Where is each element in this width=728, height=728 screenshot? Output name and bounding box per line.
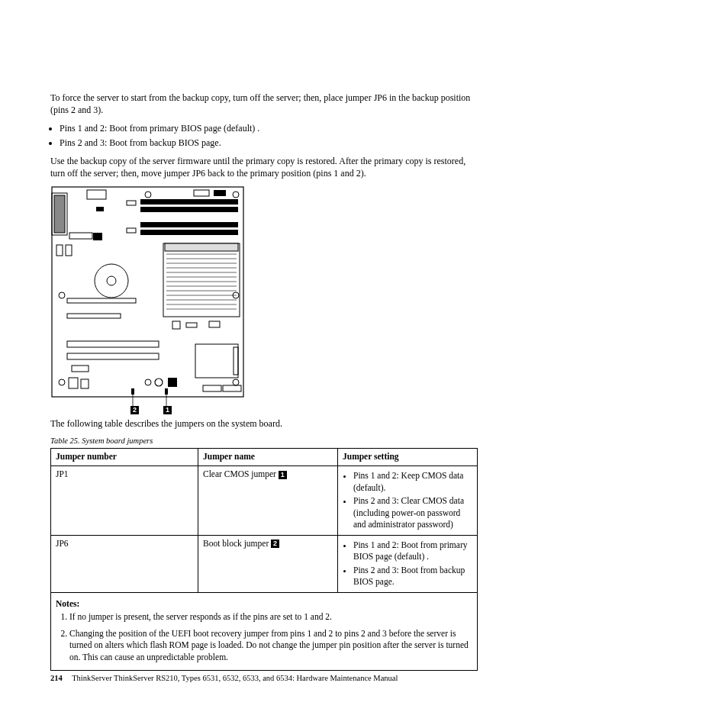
svg-rect-58 [131, 388, 134, 395]
callout-badge: 1 [279, 471, 287, 479]
svg-rect-38 [165, 243, 238, 251]
svg-rect-56 [203, 385, 221, 391]
table-header: Jumper setting [338, 449, 478, 466]
svg-rect-16 [127, 201, 136, 205]
svg-rect-17 [127, 228, 136, 233]
svg-rect-48 [186, 323, 197, 327]
svg-rect-14 [140, 222, 238, 227]
svg-rect-10 [194, 190, 209, 196]
svg-rect-50 [69, 378, 78, 388]
svg-rect-42 [67, 314, 121, 318]
svg-rect-52 [72, 366, 89, 372]
svg-point-40 [107, 276, 116, 285]
svg-point-1 [59, 292, 65, 298]
page-number: 214 [50, 674, 63, 682]
jumpers-table: Jumper number Jumper name Jumper setting… [50, 448, 478, 671]
setting-item: Pins 2 and 3: Clear CMOS data (including… [353, 495, 472, 531]
table-caption: Table 25. System board jumpers [50, 436, 478, 446]
table-header: Jumper number [51, 449, 198, 466]
svg-point-53 [145, 379, 151, 385]
jumper-number-cell: JP1 [51, 466, 198, 536]
callout-badge: 2 [271, 540, 279, 548]
jumper-name-text: Boot block jumper [203, 539, 269, 548]
setting-item: Pins 1 and 2: Keep CMOS data (default). [353, 470, 472, 494]
svg-rect-46 [234, 347, 238, 375]
svg-rect-57 [223, 385, 241, 391]
svg-point-54 [155, 378, 163, 386]
svg-rect-23 [163, 243, 240, 317]
svg-rect-51 [81, 379, 89, 388]
setting-item: Pins 1 and 2: Boot from primary BIOS pag… [353, 540, 472, 563]
footer-title: ThinkServer ThinkServer RS210, Types 653… [72, 674, 398, 682]
system-board-figure: 2 1 [50, 185, 245, 414]
setting-item: Pins 2 and 3: Boot from backup BIOS page… [353, 565, 472, 588]
jumper-setting-cell: Pins 1 and 2: Keep CMOS data (default). … [338, 466, 478, 536]
table-header: Jumper name [198, 449, 338, 466]
svg-rect-43 [67, 341, 159, 347]
notes-heading: Notes: [56, 598, 472, 610]
svg-rect-19 [69, 233, 92, 239]
intro-bullet-item: Pins 2 and 3: Boot from backup BIOS page… [60, 137, 478, 149]
motherboard-svg [50, 185, 245, 414]
table-row: JP1 Clear CMOS jumper 1 Pins 1 and 2: Ke… [51, 466, 478, 536]
svg-point-39 [95, 264, 128, 298]
svg-rect-13 [140, 207, 238, 212]
svg-rect-18 [96, 207, 104, 211]
intro-paragraph-2: Use the backup copy of the server firmwa… [50, 155, 478, 179]
svg-rect-8 [54, 195, 65, 233]
jumper-name-text: Clear CMOS jumper [203, 469, 276, 478]
svg-rect-41 [67, 298, 136, 303]
table-header-row: Jumper number Jumper name Jumper setting [51, 449, 478, 466]
svg-rect-20 [93, 233, 102, 240]
svg-rect-15 [140, 230, 238, 235]
svg-rect-59 [165, 388, 168, 395]
svg-rect-47 [172, 321, 180, 329]
callout-badge-2: 2 [130, 406, 139, 414]
intro-bullet-item: Pins 1 and 2: Boot from primary BIOS pag… [60, 122, 478, 134]
svg-rect-11 [214, 190, 226, 196]
table-row: JP6 Boot block jumper 2 Pins 1 and 2: Bo… [51, 535, 478, 592]
svg-rect-55 [168, 378, 177, 387]
table-notes-row: Notes: If no jumper is present, the serv… [51, 592, 478, 671]
note-item: If no jumper is present, the server resp… [69, 611, 472, 623]
svg-point-4 [233, 192, 239, 198]
svg-rect-45 [195, 344, 238, 378]
jumper-number-cell: JP6 [51, 535, 198, 592]
svg-rect-22 [66, 245, 72, 256]
notes-list: If no jumper is present, the server resp… [56, 611, 472, 663]
svg-rect-21 [56, 245, 63, 256]
intro-paragraph-1: To force the server to start from the ba… [50, 92, 478, 116]
jumper-name-cell: Clear CMOS jumper 1 [198, 466, 338, 536]
svg-rect-44 [67, 353, 159, 359]
callout-badge-1: 1 [163, 406, 172, 414]
svg-point-2 [59, 379, 65, 385]
jumper-name-cell: Boot block jumper 2 [198, 535, 338, 592]
note-item: Changing the position of the UEFI boot r… [69, 628, 472, 664]
svg-point-6 [233, 379, 239, 385]
svg-rect-12 [140, 199, 238, 205]
after-figure-text: The following table describes the jumper… [50, 417, 478, 430]
svg-point-3 [145, 192, 151, 198]
intro-bullet-list: Pins 1 and 2: Boot from primary BIOS pag… [50, 122, 478, 148]
svg-rect-49 [209, 321, 220, 327]
page-footer: 214 ThinkServer ThinkServer RS210, Types… [50, 674, 398, 682]
jumper-setting-cell: Pins 1 and 2: Boot from primary BIOS pag… [338, 535, 478, 592]
page-content: To force the server to start from the ba… [50, 92, 478, 671]
svg-rect-9 [87, 190, 106, 199]
